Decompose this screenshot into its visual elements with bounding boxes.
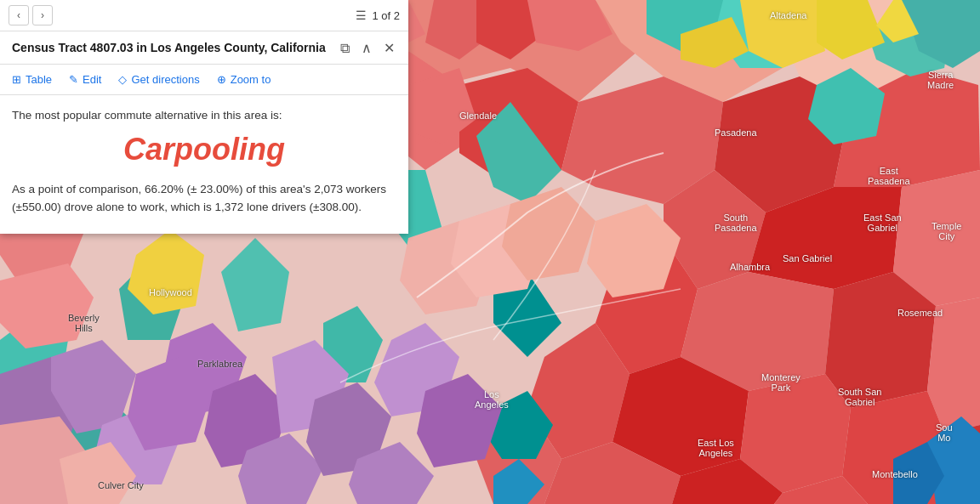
edit-icon: ✎ bbox=[69, 73, 78, 86]
nav-bar: ‹ › ☰ 1 of 2 bbox=[0, 0, 408, 31]
intro-text: The most popular commute alternative in … bbox=[12, 109, 396, 122]
title-actions: ⧉ ∧ ✕ bbox=[339, 40, 396, 57]
next-button[interactable]: › bbox=[32, 5, 53, 25]
directions-label: Get directions bbox=[131, 73, 199, 86]
zoom-icon: ⊕ bbox=[217, 73, 226, 86]
edit-button[interactable]: ✎ Edit bbox=[69, 70, 110, 89]
title-bar: Census Tract 4807.03 in Los Angeles Coun… bbox=[0, 31, 408, 65]
pagination-text: 1 of 2 bbox=[372, 9, 400, 22]
edit-label: Edit bbox=[83, 73, 101, 86]
carpooling-label: Carpooling bbox=[12, 132, 396, 167]
close-button[interactable]: ✕ bbox=[382, 40, 396, 57]
action-bar: ⊞ Table ✎ Edit ◇ Get directions ⊕ Zoom t… bbox=[0, 65, 408, 95]
directions-icon: ◇ bbox=[118, 73, 127, 86]
table-button[interactable]: ⊞ Table bbox=[12, 70, 60, 89]
table-icon: ⊞ bbox=[12, 73, 21, 86]
table-label: Table bbox=[26, 73, 52, 86]
pagination: ☰ 1 of 2 bbox=[356, 8, 400, 22]
popup-content: The most popular commute alternative in … bbox=[0, 95, 408, 234]
nav-arrows: ‹ › bbox=[9, 5, 53, 25]
popup-panel: ‹ › ☰ 1 of 2 Census Tract 4807.03 in Los… bbox=[0, 0, 408, 234]
prev-button[interactable]: ‹ bbox=[9, 5, 29, 25]
comparison-text: As a point of comparison, 66.20% (± 23.0… bbox=[12, 181, 396, 217]
popup-title: Census Tract 4807.03 in Los Angeles Coun… bbox=[12, 40, 332, 55]
zoom-button[interactable]: ⊕ Zoom to bbox=[217, 70, 280, 89]
list-icon: ☰ bbox=[356, 8, 367, 22]
copy-button[interactable]: ⧉ bbox=[339, 40, 351, 57]
collapse-button[interactable]: ∧ bbox=[360, 40, 373, 57]
directions-button[interactable]: ◇ Get directions bbox=[118, 70, 208, 89]
zoom-label: Zoom to bbox=[231, 73, 271, 86]
